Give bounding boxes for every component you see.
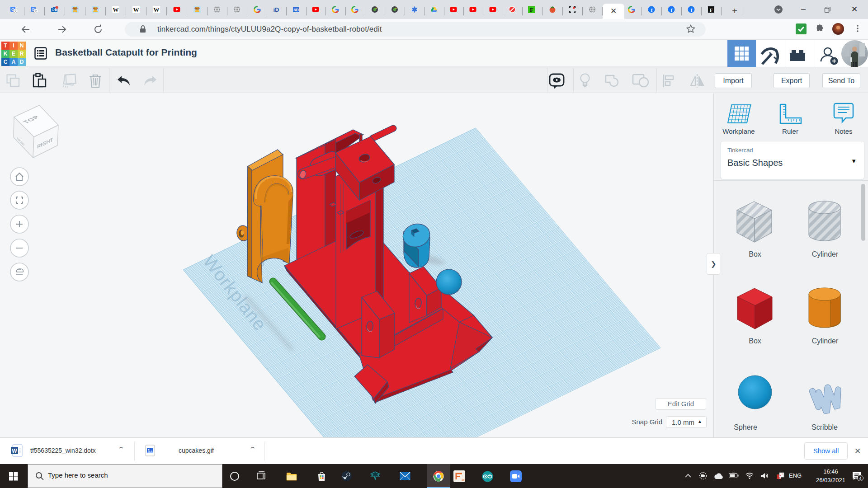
svg-text:文: 文 [34,9,38,13]
svg-text:F: F [710,7,713,13]
svg-text:f: f [651,7,653,13]
svg-text:W: W [12,448,17,454]
svg-text:iD: iD [274,6,279,13]
svg-text:W: W [154,6,160,13]
svg-text:360: 360 [462,479,465,481]
svg-text:4: 4 [859,476,861,481]
svg-text:f: f [671,7,673,13]
svg-text:W: W [133,6,139,13]
svg-text:F: F [530,6,533,13]
svg-text:f: f [691,7,693,13]
svg-text:O: O [52,8,54,12]
svg-text:W: W [113,6,119,13]
svg-text:3D: 3D [293,8,299,12]
svg-text:文: 文 [14,9,17,13]
